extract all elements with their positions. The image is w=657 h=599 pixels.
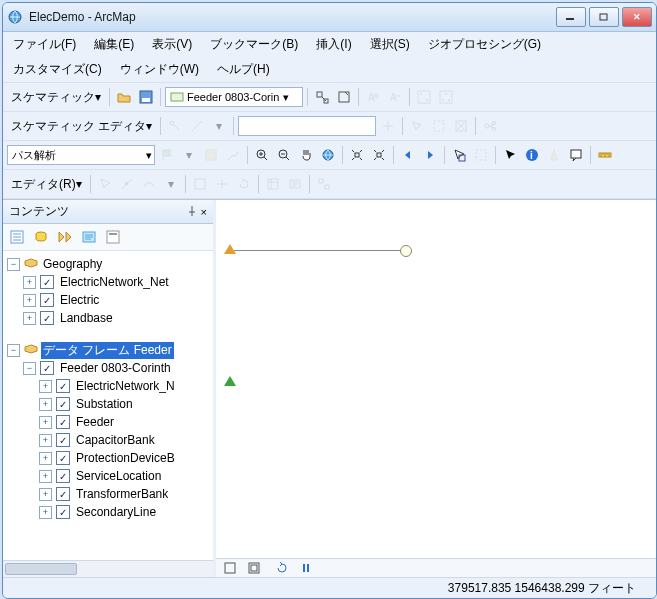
close-button[interactable]: ✕ (622, 7, 652, 27)
zoom-out-icon[interactable] (274, 145, 294, 165)
full-extent-icon[interactable] (318, 145, 338, 165)
checkbox[interactable]: ✓ (56, 379, 70, 393)
refresh-icon[interactable] (272, 558, 292, 578)
checkbox[interactable]: ✓ (40, 311, 54, 325)
collapse-icon[interactable]: − (23, 362, 36, 375)
tree-node-feeder[interactable]: + ✓ Feeder (3, 413, 213, 431)
update-icon[interactable] (334, 87, 354, 107)
feeder-dropdown[interactable]: Feeder 0803-Corin ▾ (165, 87, 303, 107)
flag-icon (157, 145, 177, 165)
tree-node-capacitorbank[interactable]: + ✓ CapacitorBank (3, 431, 213, 449)
expand-icon[interactable]: + (23, 294, 36, 307)
expand-icon[interactable]: + (39, 380, 52, 393)
expand-icon[interactable]: + (39, 416, 52, 429)
menu-insert[interactable]: 挿入(I) (314, 34, 353, 55)
list-by-visibility-icon[interactable] (55, 227, 75, 247)
zoom-in-icon[interactable] (252, 145, 272, 165)
pan-icon[interactable] (296, 145, 316, 165)
collapse-icon[interactable]: − (7, 344, 20, 357)
toc-tree[interactable]: − Geography + ✓ ElectricNetwork_Net + ✓ … (3, 251, 213, 560)
toolbar-schematics-label[interactable]: スケマティック▾ (7, 89, 105, 106)
toc-options-icon[interactable] (103, 227, 123, 247)
collapse-icon[interactable]: − (7, 258, 20, 271)
save-diagram-icon[interactable] (136, 87, 156, 107)
expand-icon[interactable]: + (23, 312, 36, 325)
tree-node-servicelocation[interactable]: + ✓ ServiceLocation (3, 467, 213, 485)
expand-icon[interactable]: + (23, 276, 36, 289)
map-view[interactable] (216, 200, 656, 577)
editor-dropdown[interactable] (238, 116, 376, 136)
checkbox[interactable]: ✓ (56, 451, 70, 465)
layout-view-icon[interactable] (244, 558, 264, 578)
tree-node-feeder0803[interactable]: − ✓ Feeder 0803-Corinth (3, 359, 213, 377)
checkbox[interactable]: ✓ (56, 505, 70, 519)
open-folder-icon[interactable] (114, 87, 134, 107)
toolbar-schematic-editor-label[interactable]: スケマティック エディタ▾ (7, 118, 156, 135)
data-view-icon[interactable] (220, 558, 240, 578)
expand-icon[interactable]: + (39, 506, 52, 519)
path-analysis-dropdown[interactable]: パス解析 ▾ (7, 145, 155, 165)
checkbox[interactable]: ✓ (40, 361, 54, 375)
next-extent-icon[interactable] (420, 145, 440, 165)
node-label: CapacitorBank (74, 433, 157, 447)
tree-node-geography[interactable]: − Geography (3, 255, 213, 273)
minimize-button[interactable] (556, 7, 586, 27)
prev-extent-icon[interactable] (398, 145, 418, 165)
pin-icon[interactable] (187, 206, 197, 218)
tree-node-protectiondevice[interactable]: + ✓ ProtectionDeviceB (3, 449, 213, 467)
expand-icon[interactable]: + (39, 470, 52, 483)
checkbox[interactable]: ✓ (56, 433, 70, 447)
expand-icon[interactable]: + (39, 488, 52, 501)
checkbox[interactable]: ✓ (56, 415, 70, 429)
node-label: ElectricNetwork_N (74, 379, 177, 393)
list-by-source-icon[interactable] (31, 227, 51, 247)
menu-window[interactable]: ウィンドウ(W) (118, 59, 201, 80)
html-popup-icon[interactable] (566, 145, 586, 165)
menu-customize[interactable]: カスタマイズ(C) (11, 59, 104, 80)
pause-icon[interactable] (296, 558, 316, 578)
panel-close-icon[interactable]: × (201, 206, 207, 218)
sketch-props-icon (285, 174, 305, 194)
tree-node-electric[interactable]: + ✓ Electric (3, 291, 213, 309)
node-label: Feeder (74, 415, 116, 429)
tree-node-electricnet[interactable]: + ✓ ElectricNetwork_Net (3, 273, 213, 291)
toc-horizontal-scrollbar[interactable] (3, 560, 213, 577)
tree-node-secondaryline[interactable]: + ✓ SecondaryLine (3, 503, 213, 521)
menu-edit[interactable]: 編集(E) (92, 34, 136, 55)
propagate-icon[interactable] (312, 87, 332, 107)
tree-node-enet[interactable]: + ✓ ElectricNetwork_N (3, 377, 213, 395)
titlebar: ElecDemo - ArcMap ✕ (3, 3, 656, 32)
expand-icon[interactable]: + (39, 434, 52, 447)
list-by-selection-icon[interactable] (79, 227, 99, 247)
checkbox[interactable]: ✓ (56, 487, 70, 501)
checkbox[interactable]: ✓ (56, 469, 70, 483)
maximize-button[interactable] (589, 7, 619, 27)
checkbox[interactable]: ✓ (40, 275, 54, 289)
checkbox[interactable]: ✓ (40, 293, 54, 307)
menu-view[interactable]: 表示(V) (150, 34, 194, 55)
map-feature-circle (400, 245, 412, 257)
menu-selection[interactable]: 選択(S) (368, 34, 412, 55)
measure-icon[interactable] (595, 145, 615, 165)
expand-icon[interactable]: + (39, 452, 52, 465)
menu-geoprocessing[interactable]: ジオプロセシング(G) (426, 34, 543, 55)
tree-node-dataframe-feeder[interactable]: − データ フレーム Feeder (3, 341, 213, 359)
toolbar-editor-label[interactable]: エディタ(R)▾ (7, 176, 86, 193)
tree-node-landbase[interactable]: + ✓ Landbase (3, 309, 213, 327)
menu-bookmarks[interactable]: ブックマーク(B) (208, 34, 300, 55)
fixed-zoomout-icon[interactable] (369, 145, 389, 165)
fixed-zoomin-icon[interactable] (347, 145, 367, 165)
select-features-icon[interactable] (449, 145, 469, 165)
menu-help[interactable]: ヘルプ(H) (215, 59, 272, 80)
svg-point-23 (493, 128, 496, 131)
chevron-down-icon: ▾ (283, 91, 289, 104)
pointer-icon[interactable] (500, 145, 520, 165)
list-by-drawing-icon[interactable] (7, 227, 27, 247)
tree-node-transformerbank[interactable]: + ✓ TransformerBank (3, 485, 213, 503)
node-label: SecondaryLine (74, 505, 158, 519)
tree-node-substation[interactable]: + ✓ Substation (3, 395, 213, 413)
expand-icon[interactable]: + (39, 398, 52, 411)
identify-icon[interactable]: i (522, 145, 542, 165)
checkbox[interactable]: ✓ (56, 397, 70, 411)
menu-file[interactable]: ファイル(F) (11, 34, 78, 55)
